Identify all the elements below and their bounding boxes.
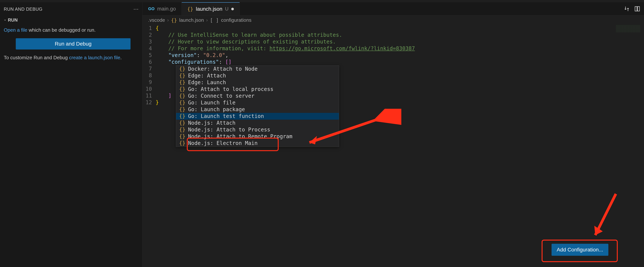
line-number: 6: [142, 59, 152, 66]
add-configuration-button[interactable]: Add Configuration...: [552, 244, 608, 256]
create-launch-json-link[interactable]: create a launch.json file: [69, 55, 120, 60]
more-icon[interactable]: ⋯: [133, 6, 138, 12]
line-number: 4: [142, 45, 152, 52]
snippet-icon: {}: [179, 113, 186, 120]
line-number: 2: [142, 32, 152, 38]
suggestion-item[interactable]: {}Go: Attach to local process: [176, 86, 339, 92]
line-number: 3: [142, 38, 152, 45]
suggestion-label: Node.js: Electron Main: [188, 140, 258, 146]
go-icon: GO: [148, 6, 154, 11]
compare-changes-icon[interactable]: [624, 6, 630, 12]
json-icon: {}: [187, 6, 193, 12]
snippet-icon: {}: [179, 66, 186, 72]
sidebar-title: RUN AND DEBUG: [4, 6, 42, 12]
titlebar: [0, 0, 644, 2]
suggestion-label: Go: Connect to server: [188, 92, 254, 100]
suggestion-label: Node.js: Attach to Remote Program: [188, 133, 292, 140]
code-line[interactable]: // Hover to view descriptions of existin…: [156, 38, 644, 45]
suggestion-item[interactable]: {}Docker: Attach to Node: [176, 66, 339, 72]
code-line[interactable]: // Use IntelliSense to learn about possi…: [156, 32, 644, 38]
suggestion-item[interactable]: {}Edge: Attach: [176, 72, 339, 79]
suggestion-label: Go: Attach to local process: [188, 86, 274, 92]
suggestion-item[interactable]: {}Go: Launch package: [176, 106, 339, 113]
breadcrumb-segment[interactable]: configurations: [221, 17, 252, 23]
suggestion-item[interactable]: {}Go: Connect to server: [176, 92, 339, 100]
customize-hint: To customize Run and Debug create a laun…: [4, 52, 138, 64]
editor-tab[interactable]: GOmain.go: [142, 2, 182, 15]
breadcrumb-segment[interactable]: launch.json: [179, 17, 204, 23]
suggestion-label: Edge: Attach: [188, 72, 226, 79]
code-editor[interactable]: 123456789101112 { // Use IntelliSense to…: [142, 25, 644, 267]
open-file-hint: Open a file which can be debugged or run…: [4, 24, 138, 36]
breadcrumb[interactable]: .vscode › {} launch.json › [ ] configura…: [142, 16, 644, 25]
run-section-label[interactable]: RUN: [4, 16, 138, 24]
suggestion-item[interactable]: {}Go: Launch file: [176, 100, 339, 106]
snippet-icon: {}: [179, 140, 186, 146]
suggestion-label: Node.js: Attach: [188, 120, 236, 126]
minimap[interactable]: [616, 25, 640, 32]
line-number: 10: [142, 86, 152, 92]
suggestion-item[interactable]: {}Node.js: Attach to Process: [176, 126, 339, 133]
svg-rect-1: [638, 6, 640, 11]
suggestion-item[interactable]: {}Node.js: Attach to Remote Program: [176, 133, 339, 140]
run-and-debug-button[interactable]: Run and Debug: [16, 38, 130, 50]
chevron-right-icon: ›: [206, 17, 208, 23]
editor-area: GOmain.go{}launch.jsonU .vscode › {} lau…: [142, 2, 644, 267]
code-line[interactable]: {: [156, 25, 644, 32]
suggestion-item[interactable]: {}Edge: Launch: [176, 79, 339, 86]
line-number: 5: [142, 52, 152, 59]
suggestion-item[interactable]: {}Node.js: Electron Main: [176, 140, 339, 146]
tab-label: launch.json: [196, 6, 222, 12]
snippet-icon: {}: [179, 126, 186, 133]
snippet-icon: {}: [179, 100, 186, 106]
tab-git-badge: U: [225, 6, 228, 12]
suggestion-label: Go: Launch package: [188, 106, 245, 113]
line-number: 9: [142, 79, 152, 86]
line-number: 7: [142, 66, 152, 72]
line-number: 12: [142, 99, 152, 106]
code-line[interactable]: "configurations": []: [156, 59, 644, 66]
suggestion-label: Go: Launch test function: [188, 113, 264, 120]
suggestion-item[interactable]: {}Go: Launch test function: [176, 113, 339, 120]
editor-tab[interactable]: {}launch.jsonU: [182, 2, 240, 15]
line-number: 11: [142, 92, 152, 99]
code-line[interactable]: // For more information, visit: https://…: [156, 45, 644, 52]
snippet-icon: {}: [179, 133, 186, 140]
json-icon: {}: [171, 18, 177, 23]
snippet-icon: {}: [179, 86, 186, 92]
suggestion-label: Edge: Launch: [188, 79, 226, 86]
snippet-icon: {}: [179, 79, 186, 86]
suggestion-label: Go: Launch file: [188, 100, 236, 106]
array-icon: [ ]: [210, 18, 219, 23]
tab-label: main.go: [157, 6, 176, 12]
suggestion-label: Node.js: Attach to Process: [188, 126, 270, 133]
open-file-link[interactable]: Open a file: [4, 27, 28, 33]
split-editor-icon[interactable]: [634, 6, 640, 12]
modified-indicator-icon: [231, 8, 234, 10]
line-gutter: 123456789101112: [142, 25, 156, 267]
breadcrumb-segment[interactable]: .vscode: [148, 17, 165, 23]
svg-rect-0: [635, 6, 637, 11]
snippet-icon: {}: [179, 92, 186, 100]
code-content[interactable]: { // Use IntelliSense to learn about pos…: [156, 25, 644, 267]
chevron-right-icon: ›: [167, 17, 169, 23]
snippet-icon: {}: [179, 72, 186, 79]
code-line[interactable]: "version": "0.2.0",: [156, 52, 644, 59]
intellisense-popup[interactable]: {}Docker: Attach to Node{}Edge: Attach{}…: [176, 66, 339, 147]
suggestion-item[interactable]: {}Node.js: Attach: [176, 120, 339, 126]
snippet-icon: {}: [179, 106, 186, 113]
editor-tabs: GOmain.go{}launch.jsonU: [142, 2, 644, 16]
snippet-icon: {}: [179, 120, 186, 126]
chevron-down-icon: [4, 19, 6, 22]
line-number: 8: [142, 72, 152, 79]
suggestion-label: Docker: Attach to Node: [188, 66, 258, 72]
run-debug-sidebar: RUN AND DEBUG ⋯ RUN Open a file which ca…: [0, 2, 142, 267]
line-number: 1: [142, 25, 152, 32]
